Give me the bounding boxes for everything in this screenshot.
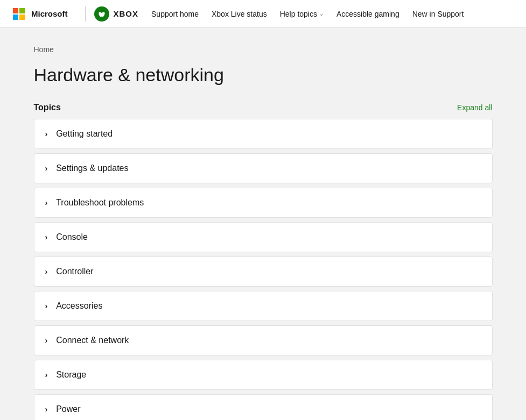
chevron-icon-power: › <box>45 405 48 414</box>
accordion-label-settings-updates: Settings & updates <box>56 163 128 173</box>
accordion-label-troubleshoot-problems: Troubleshoot problems <box>56 198 144 208</box>
xbox-logo-group: XBOX <box>94 6 139 22</box>
accordion-item-console[interactable]: ›Console <box>34 222 493 252</box>
main-content: Home Hardware & networking Topics Expand… <box>21 28 506 420</box>
chevron-icon-storage: › <box>45 371 48 379</box>
accordion-label-controller: Controller <box>56 267 93 276</box>
chevron-icon-settings-updates: › <box>45 164 48 173</box>
accordion-item-storage[interactable]: ›Storage <box>34 360 493 390</box>
microsoft-logo-icon <box>13 8 25 20</box>
accordion-label-power: Power <box>56 404 80 414</box>
topics-header: Topics Expand all <box>34 103 493 112</box>
accordion-list: ›Getting started›Settings & updates›Trou… <box>34 119 493 420</box>
header: Microsoft XBOX Support home Xbox Live st… <box>0 0 526 28</box>
accordion-label-accessories: Accessories <box>56 301 102 311</box>
chevron-icon-controller: › <box>45 267 48 276</box>
accordion-label-getting-started: Getting started <box>56 129 113 139</box>
page-title: Hardware & networking <box>34 65 493 86</box>
breadcrumb[interactable]: Home <box>34 45 493 54</box>
help-topics-chevron-icon: ⌄ <box>319 11 324 17</box>
accordion-label-storage: Storage <box>56 370 86 380</box>
nav-accessible-gaming[interactable]: Accessible gaming <box>336 10 399 18</box>
accordion-item-connect-network[interactable]: ›Connect & network <box>34 325 493 355</box>
accordion-item-controller[interactable]: ›Controller <box>34 257 493 287</box>
accordion-label-console: Console <box>56 232 88 242</box>
xbox-circle-icon <box>94 6 109 22</box>
chevron-icon-accessories: › <box>45 302 48 310</box>
microsoft-logo-group: Microsoft <box>13 8 68 20</box>
accordion-item-troubleshoot-problems[interactable]: ›Troubleshoot problems <box>34 188 493 218</box>
accordion-item-power[interactable]: ›Power <box>34 394 493 420</box>
header-divider <box>85 6 86 22</box>
chevron-icon-getting-started: › <box>45 130 48 138</box>
accordion-item-settings-updates[interactable]: ›Settings & updates <box>34 153 493 183</box>
header-nav: Support home Xbox Live status Help topic… <box>151 10 464 18</box>
nav-support-home[interactable]: Support home <box>151 10 199 18</box>
chevron-icon-troubleshoot-problems: › <box>45 198 48 207</box>
chevron-icon-connect-network: › <box>45 336 48 345</box>
xbox-brand-text: XBOX <box>114 9 139 18</box>
accordion-item-accessories[interactable]: ›Accessories <box>34 291 493 321</box>
topics-label: Topics <box>34 103 61 112</box>
expand-all-button[interactable]: Expand all <box>457 103 492 112</box>
accordion-label-connect-network: Connect & network <box>56 336 129 345</box>
accordion-item-getting-started[interactable]: ›Getting started <box>34 119 493 149</box>
nav-new-in-support[interactable]: New in Support <box>412 10 464 18</box>
nav-help-topics[interactable]: Help topics ⌄ <box>280 10 324 18</box>
microsoft-brand-text: Microsoft <box>31 9 68 18</box>
nav-xbox-live-status[interactable]: Xbox Live status <box>212 10 267 18</box>
chevron-icon-console: › <box>45 233 48 241</box>
